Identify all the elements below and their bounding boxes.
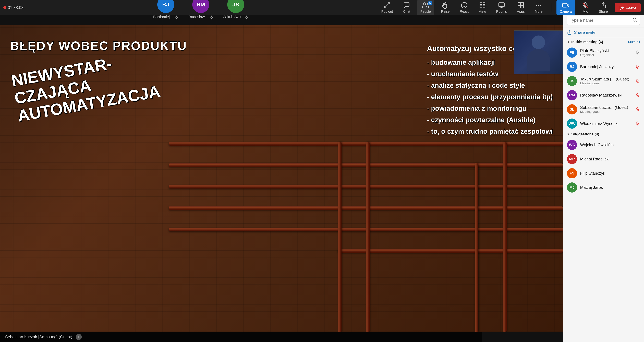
- avatar-name-rm: Radosław ...: [188, 15, 213, 19]
- people-button[interactable]: 6 People: [417, 0, 434, 15]
- participant-actions-piotr: [634, 50, 640, 55]
- toolbar-divider: [551, 4, 552, 12]
- pipe-v3: [503, 142, 506, 332]
- in-meeting-chevron: ▼: [567, 40, 570, 44]
- chat-icon: [403, 2, 410, 9]
- participant-info-js: Jakub Szumiata [... (Guest) Meeting gues…: [580, 77, 632, 85]
- avatar-name-js: Jakub Szu...: [224, 15, 248, 19]
- camera-button[interactable]: Camera: [556, 0, 575, 15]
- mic-icon-bj: [175, 15, 178, 19]
- participant-row-bj[interactable]: BJ Bartłomiej Juszczyk: [563, 60, 644, 74]
- participants-list: ▼ In this meeting (6) Mute all PB Piotr …: [563, 37, 644, 342]
- pipe-v4: [475, 163, 478, 332]
- timer-display: 01:38:03: [8, 5, 24, 10]
- svg-rect-3: [211, 16, 212, 17]
- chat-button[interactable]: Chat: [400, 0, 414, 15]
- pipe-6: [338, 249, 563, 253]
- apps-icon: [518, 2, 524, 9]
- participant-role-piotr: Organizer: [580, 53, 632, 57]
- presenter-label: Sebastian Łuczak [Samsung] (Guest): [5, 334, 72, 339]
- timer-section: 01:38:03: [4, 5, 24, 10]
- participant-mic-icon-piotr: [634, 50, 640, 55]
- avatar-bj-panel: BJ: [567, 62, 577, 72]
- leave-icon: [619, 5, 624, 10]
- chat-label: Chat: [403, 10, 410, 14]
- leave-button[interactable]: Leave: [614, 3, 640, 12]
- svg-point-23: [540, 5, 541, 6]
- participant-row-rm[interactable]: RM Radosław Matuszewski: [563, 88, 644, 102]
- participant-row-ww[interactable]: WW Włodzimierz Wysocki: [563, 117, 644, 131]
- suggestions-section-header: ▼ Suggestions (4): [563, 131, 644, 138]
- participant-info-mj: Maciej Jaros: [580, 185, 640, 190]
- participant-info-piotr: Piotr Błaszyński Organizer: [580, 48, 632, 57]
- slide-content-line-7: - to, o czym trudno pamiętać zespołowi: [427, 126, 553, 137]
- participants-bar: BJ Bartłomiej ... RM Radosław ... JS Jak…: [24, 0, 378, 19]
- more-icon: [535, 2, 542, 9]
- participant-mic-icon-ww: [634, 121, 640, 126]
- leave-label: Leave: [626, 6, 636, 10]
- toolbar-left: 01:38:03: [4, 5, 24, 10]
- more-button[interactable]: More: [532, 0, 546, 15]
- search-icon-button[interactable]: [632, 18, 637, 23]
- react-label: React: [460, 10, 468, 14]
- svg-rect-20: [518, 6, 520, 8]
- avatar-piotr: PB: [567, 48, 577, 58]
- avatar-wc-panel: WC: [567, 140, 577, 150]
- participant-info-mr: Michał Radelicki: [580, 157, 640, 161]
- participant-row-wc[interactable]: WC Wojciech Ćwikliński: [563, 138, 644, 152]
- more-label: More: [535, 10, 542, 14]
- svg-point-9: [424, 3, 426, 5]
- apps-button[interactable]: Apps: [514, 0, 528, 15]
- mic-icon-rm: [210, 15, 213, 19]
- rooms-icon: [498, 2, 505, 9]
- participant-row-piotr[interactable]: PB Piotr Błaszyński Organizer: [563, 46, 644, 60]
- slide-heading: Błędy wobec produktu: [10, 39, 187, 53]
- people-label: People: [420, 10, 431, 14]
- view-button[interactable]: View: [475, 0, 490, 15]
- raise-button[interactable]: Raise: [438, 0, 453, 15]
- participant-bar-item-bj: BJ Bartłomiej ...: [153, 0, 178, 19]
- participant-actions-js: [634, 78, 640, 84]
- participant-row-js[interactable]: JS Jakub Szumiata [... (Guest) Meeting g…: [563, 74, 644, 88]
- popout-button[interactable]: Pop out: [378, 0, 396, 15]
- participant-row-sl[interactable]: SL Sebastian Łucza... (Guest) Meeting gu…: [563, 102, 644, 117]
- participant-bar-item-rm: RM Radosław ...: [188, 0, 213, 19]
- mic-button[interactable]: Mic: [578, 0, 592, 15]
- rooms-button[interactable]: Rooms: [493, 0, 510, 15]
- slide-content-line-6: - czynności powtarzalne (Ansible): [427, 114, 553, 126]
- share-button[interactable]: Share: [596, 0, 611, 15]
- share-label: Share: [599, 10, 608, 14]
- participant-actions-bj: [634, 64, 640, 70]
- pipe-v2: [366, 142, 370, 332]
- search-box: [567, 16, 640, 25]
- svg-line-38: [636, 21, 636, 22]
- svg-rect-14: [483, 6, 485, 8]
- svg-rect-0: [176, 16, 177, 17]
- avatar-mr-panel: MR: [567, 154, 577, 164]
- participant-row-mj[interactable]: MJ Maciej Jaros: [563, 180, 644, 195]
- participant-row-mr[interactable]: MR Michał Radelicki: [563, 152, 644, 166]
- raise-icon: [442, 2, 449, 9]
- suggestions-title: ▼ Suggestions (4): [567, 132, 599, 136]
- share-invite-button[interactable]: Share invite: [563, 28, 644, 37]
- mic-label: Mic: [583, 10, 588, 14]
- toolbar: 01:38:03 BJ Bartłomiej ... RM Radosław .…: [0, 0, 644, 15]
- avatar-rm-panel: RM: [567, 90, 577, 100]
- add-button[interactable]: +: [76, 334, 82, 340]
- participant-name-wc: Wojciech Ćwikliński: [580, 143, 640, 147]
- in-meeting-section-header: ▼ In this meeting (6) Mute all: [563, 37, 644, 46]
- record-indicator: [4, 6, 6, 9]
- react-button[interactable]: React: [456, 0, 472, 15]
- participant-row-fs[interactable]: FS Filip Stańczyk: [563, 166, 644, 180]
- camera-label: Camera: [560, 10, 572, 14]
- toolbar-right: Pop out Chat 6 People Raise React View: [378, 0, 640, 15]
- participant-info-ww: Włodzimierz Wysocki: [580, 121, 632, 126]
- avatar-js: JS: [227, 0, 244, 13]
- mute-all-button[interactable]: Mute all: [628, 40, 640, 44]
- share-invite-label: Share invite: [574, 30, 596, 35]
- participant-role-js: Meeting guest: [580, 82, 632, 85]
- self-view: [514, 31, 563, 74]
- view-icon: [479, 2, 486, 9]
- avatar-fs-panel: FS: [567, 168, 577, 178]
- search-input[interactable]: [570, 18, 630, 23]
